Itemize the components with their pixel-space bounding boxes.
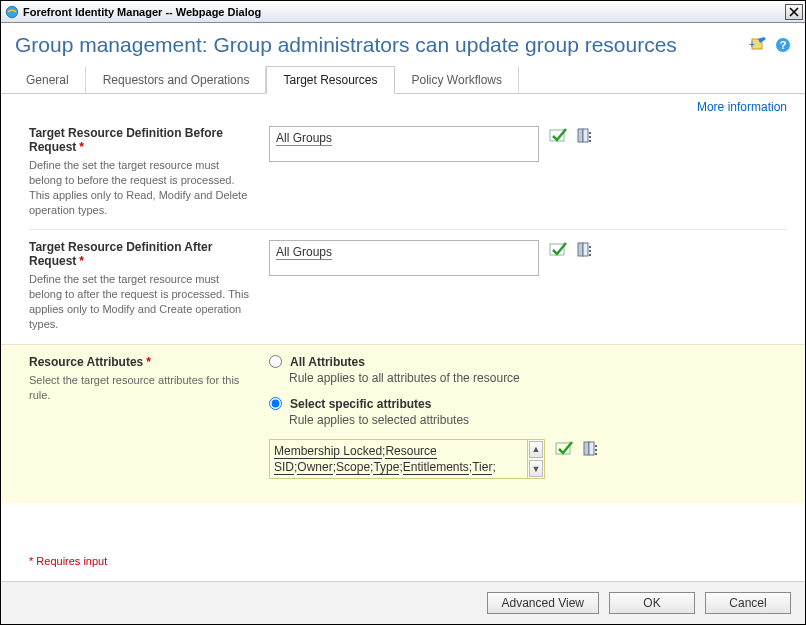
browse-icon[interactable] bbox=[577, 242, 593, 258]
more-info-row: More information bbox=[1, 94, 805, 116]
browse-icon[interactable] bbox=[583, 441, 599, 457]
svg-point-9 bbox=[589, 136, 591, 138]
ie-icon bbox=[5, 5, 19, 19]
pin-icon[interactable]: + bbox=[749, 37, 767, 53]
page-header: Group management: Group administrators c… bbox=[1, 23, 805, 65]
row-before-request: Target Resource Definition Before Reques… bbox=[29, 116, 787, 229]
attribute-token: Scope bbox=[336, 460, 370, 475]
attributes-spinners: ▲ ▼ bbox=[527, 440, 544, 478]
desc-attrs: Select the target resource attributes fo… bbox=[29, 373, 253, 403]
browse-icon[interactable] bbox=[577, 128, 593, 144]
row-right: All Groups bbox=[269, 240, 787, 331]
svg-rect-19 bbox=[589, 442, 594, 455]
button-bar: Advanced View OK Cancel bbox=[1, 581, 805, 624]
window-title: Forefront Identity Manager -- Webpage Di… bbox=[23, 6, 785, 18]
svg-point-16 bbox=[589, 246, 591, 248]
row-resource-attributes: Resource Attributes* Select the target r… bbox=[1, 344, 805, 503]
row-right: All Groups bbox=[269, 126, 787, 217]
svg-rect-12 bbox=[578, 243, 583, 256]
label-attrs: Resource Attributes bbox=[29, 355, 143, 369]
row-left: Target Resource Definition Before Reques… bbox=[29, 126, 269, 217]
svg-text:+: + bbox=[749, 39, 755, 50]
attribute-token: Tier bbox=[472, 460, 492, 475]
attribute-token: Entitlements bbox=[403, 460, 469, 475]
svg-rect-13 bbox=[583, 243, 588, 256]
icon-group bbox=[549, 242, 593, 258]
radio-all-sub: Rule applies to all attributes of the re… bbox=[289, 371, 787, 385]
radio-select-attributes-line: Select specific attributes bbox=[269, 397, 787, 411]
close-button[interactable] bbox=[785, 4, 803, 20]
validate-icon[interactable] bbox=[555, 441, 573, 457]
spinner-up[interactable]: ▲ bbox=[529, 441, 543, 458]
requires-input-note: * Requires input bbox=[1, 555, 805, 581]
svg-point-21 bbox=[595, 449, 597, 451]
tab-policy-workflows[interactable]: Policy Workflows bbox=[395, 66, 519, 94]
svg-rect-18 bbox=[584, 442, 589, 455]
tab-target-resources[interactable]: Target Resources bbox=[266, 66, 394, 94]
required-marker: * bbox=[79, 140, 84, 154]
validate-icon[interactable] bbox=[549, 128, 567, 144]
icon-group bbox=[549, 128, 593, 144]
radio-all-attributes-line: All Attributes bbox=[269, 355, 787, 369]
more-information-link[interactable]: More information bbox=[697, 100, 787, 114]
spinner-down[interactable]: ▼ bbox=[529, 460, 543, 477]
icon-group bbox=[555, 441, 599, 457]
desc-before: Define the set the target resource must … bbox=[29, 158, 253, 217]
svg-rect-6 bbox=[578, 129, 583, 142]
required-marker: * bbox=[79, 254, 84, 268]
after-request-input[interactable]: All Groups bbox=[269, 240, 539, 276]
form-area: Target Resource Definition Before Reques… bbox=[1, 116, 805, 503]
svg-point-14 bbox=[589, 254, 591, 256]
svg-point-15 bbox=[589, 250, 591, 252]
attribute-token: Membership Locked bbox=[274, 444, 382, 459]
tab-requestors[interactable]: Requestors and Operations bbox=[86, 66, 267, 94]
label-after: Target Resource Definition After Request bbox=[29, 240, 212, 268]
svg-point-20 bbox=[595, 453, 597, 455]
attributes-wrap: Membership Locked;Resource SID;Owner;Sco… bbox=[269, 439, 787, 479]
header-icons: + ? bbox=[749, 37, 791, 53]
page-title: Group management: Group administrators c… bbox=[15, 33, 749, 57]
desc-after: Define the set the target resource must … bbox=[29, 272, 253, 331]
help-icon[interactable]: ? bbox=[775, 37, 791, 53]
attribute-token: Type bbox=[373, 460, 399, 475]
radio-all-attributes[interactable] bbox=[269, 355, 282, 368]
required-marker: * bbox=[146, 355, 151, 369]
row-left: Target Resource Definition After Request… bbox=[29, 240, 269, 331]
svg-point-22 bbox=[595, 445, 597, 447]
close-icon bbox=[789, 7, 799, 17]
validate-icon[interactable] bbox=[549, 242, 567, 258]
svg-point-10 bbox=[589, 132, 591, 134]
before-request-input[interactable]: All Groups bbox=[269, 126, 539, 162]
radio-select-label: Select specific attributes bbox=[290, 397, 431, 411]
attributes-text: Membership Locked;Resource SID;Owner;Sco… bbox=[270, 440, 527, 478]
radio-select-sub: Rule applies to selected attributes bbox=[289, 413, 787, 427]
svg-rect-7 bbox=[583, 129, 588, 142]
svg-point-8 bbox=[589, 140, 591, 142]
tab-bar: General Requestors and Operations Target… bbox=[1, 65, 805, 94]
row-right: All Attributes Rule applies to all attri… bbox=[269, 355, 787, 479]
row-left: Resource Attributes* Select the target r… bbox=[29, 355, 269, 479]
ok-button[interactable]: OK bbox=[609, 592, 695, 614]
cancel-button[interactable]: Cancel bbox=[705, 592, 791, 614]
row-after-request: Target Resource Definition After Request… bbox=[29, 229, 787, 343]
attribute-token: Owner bbox=[297, 460, 332, 475]
advanced-view-button[interactable]: Advanced View bbox=[487, 592, 600, 614]
attributes-input[interactable]: Membership Locked;Resource SID;Owner;Sco… bbox=[269, 439, 545, 479]
radio-all-label: All Attributes bbox=[290, 355, 365, 369]
after-request-value: All Groups bbox=[276, 245, 332, 260]
tab-general[interactable]: General bbox=[9, 66, 86, 94]
label-before: Target Resource Definition Before Reques… bbox=[29, 126, 223, 154]
content-area: Group management: Group administrators c… bbox=[1, 23, 805, 624]
svg-text:?: ? bbox=[780, 39, 787, 51]
before-request-value: All Groups bbox=[276, 131, 332, 146]
titlebar: Forefront Identity Manager -- Webpage Di… bbox=[1, 1, 805, 23]
dialog-window: Forefront Identity Manager -- Webpage Di… bbox=[0, 0, 806, 625]
radio-select-attributes[interactable] bbox=[269, 397, 282, 410]
